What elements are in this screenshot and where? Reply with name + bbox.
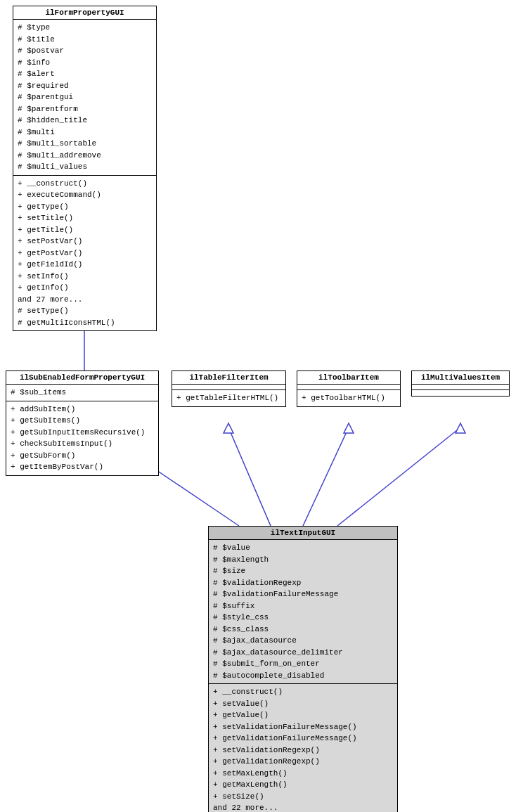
ilTableFilterItem-fields xyxy=(172,385,285,390)
svg-marker-5 xyxy=(224,423,233,433)
ilSubEnabledFormPropertyGUI-box: ilSubEnabledFormPropertyGUI # $sub_items… xyxy=(6,370,159,476)
ilSubEnabledFormPropertyGUI-fields: # $sub_items xyxy=(6,385,158,401)
svg-marker-7 xyxy=(344,423,354,433)
ilTextInputGUI-box: ilTextInputGUI # $value # $maxlength # $… xyxy=(208,526,398,812)
ilTableFilterItem-box: ilTableFilterItem + getTableFilterHTML() xyxy=(172,370,286,407)
ilTableFilterItem-title: ilTableFilterItem xyxy=(172,371,285,385)
ilTextInputGUI-methods: + __construct() + setValue() + getValue(… xyxy=(209,684,397,812)
ilToolbarItem-title: ilToolbarItem xyxy=(297,371,400,385)
ilMultiValuesItem-methods xyxy=(412,390,509,396)
ilMultiValuesItem-box: ilMultiValuesItem xyxy=(411,370,510,397)
ilFormPropertyGUI-box: ilFormPropertyGUI # $type # $title # $po… xyxy=(13,6,157,331)
svg-marker-9 xyxy=(456,423,465,433)
ilToolbarItem-box: ilToolbarItem + getToolbarHTML() xyxy=(297,370,401,407)
ilTextInputGUI-title: ilTextInputGUI xyxy=(209,527,397,540)
ilMultiValuesItem-title: ilMultiValuesItem xyxy=(412,371,509,385)
ilSubEnabledFormPropertyGUI-title: ilSubEnabledFormPropertyGUI xyxy=(6,371,158,385)
svg-line-6 xyxy=(303,427,349,526)
ilToolbarItem-methods: + getToolbarHTML() xyxy=(297,390,400,406)
ilFormPropertyGUI-fields: # $type # $title # $postvar # $info # $a… xyxy=(13,20,156,176)
svg-line-4 xyxy=(228,427,271,526)
ilToolbarItem-fields xyxy=(297,385,400,390)
ilSubEnabledFormPropertyGUI-methods: + addSubItem() + getSubItems() + getSubI… xyxy=(6,401,158,475)
ilFormPropertyGUI-methods: + __construct() + executeCommand() + get… xyxy=(13,176,156,331)
ilTextInputGUI-fields: # $value # $maxlength # $size # $validat… xyxy=(209,540,397,684)
ilTableFilterItem-methods: + getTableFilterHTML() xyxy=(172,390,285,406)
ilFormPropertyGUI-title: ilFormPropertyGUI xyxy=(13,6,156,20)
svg-line-8 xyxy=(337,427,460,526)
ilMultiValuesItem-fields xyxy=(412,385,509,390)
diagram-container: ilFormPropertyGUI # $type # $title # $po… xyxy=(0,0,523,812)
